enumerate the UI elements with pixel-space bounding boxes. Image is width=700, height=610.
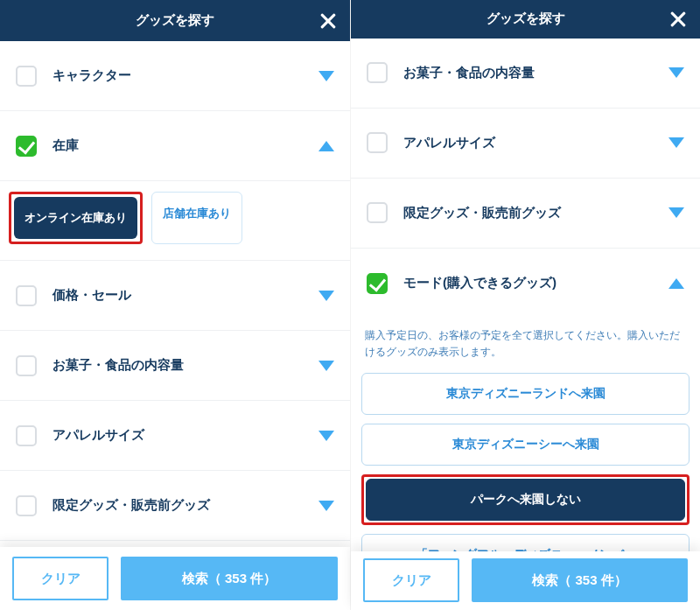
search-button[interactable]: 検索（ 353 件） (472, 558, 688, 602)
filter-panel-left: グッズを探す キャラクター 在庫 オンライン在庫あり 店舗在庫あり 価格・セール (0, 0, 350, 610)
panel-title: グッズを探す (136, 12, 214, 29)
chevron-down-icon (318, 361, 334, 371)
chevron-down-icon (668, 67, 684, 78)
filter-row-apparel[interactable]: アパレルサイズ (0, 401, 350, 471)
filter-row-stock[interactable]: 在庫 (0, 111, 350, 181)
checkbox-icon[interactable] (16, 66, 37, 87)
checkbox-icon[interactable] (16, 425, 37, 446)
filter-row-limited[interactable]: 限定グッズ・販売前グッズ (351, 179, 700, 249)
filter-scroll: お菓子・食品の内容量 アパレルサイズ 限定グッズ・販売前グッズ モード(購入でき… (351, 39, 700, 551)
mode-note: 購入予定日の、お客様の予定を全て選択してください。購入いただけるグッズのみ表示し… (351, 319, 700, 373)
filter-label: 在庫 (52, 137, 318, 154)
panel-title: グッズを探す (486, 11, 565, 27)
chevron-down-icon (318, 501, 334, 511)
filter-label: 限定グッズ・販売前グッズ (52, 497, 318, 514)
stock-chip-group: オンライン在庫あり 店舗在庫あり (0, 181, 350, 261)
filter-row-mode[interactable]: モード(購入できるグッズ) (351, 249, 700, 319)
chevron-down-icon (668, 137, 684, 148)
filter-label: 価格・セール (52, 287, 318, 304)
mode-option-land[interactable]: 東京ディズニーランドへ来園 (361, 373, 690, 415)
checkbox-icon[interactable] (16, 285, 37, 306)
filter-label: キャラクター (52, 67, 318, 84)
checkbox-icon[interactable] (16, 495, 37, 516)
close-icon[interactable] (318, 11, 338, 31)
panel-header: グッズを探す (0, 0, 350, 41)
chevron-down-icon (318, 431, 334, 441)
filter-panel-right: グッズを探す お菓子・食品の内容量 アパレルサイズ 限定グッズ・販売前グッズ モ… (350, 0, 700, 610)
mode-option-no-visit[interactable]: パークへ来園しない (366, 479, 685, 521)
search-button[interactable]: 検索（ 353 件） (121, 557, 338, 600)
chip-store-stock[interactable]: 店舗在庫あり (151, 192, 242, 244)
checkbox-icon[interactable] (367, 202, 388, 223)
mode-option-group: 東京ディズニーランドへ来園 東京ディズニーシーへ来園 パークへ来園しない 「ファ… (351, 373, 700, 550)
chevron-up-icon (668, 278, 684, 289)
panel-header: グッズを探す (351, 0, 700, 39)
filter-row-food[interactable]: お菓子・食品の内容量 (351, 39, 700, 109)
chip-online-stock[interactable]: オンライン在庫あり (14, 197, 137, 239)
checkbox-icon[interactable] (16, 355, 37, 376)
filter-row-character[interactable]: キャラクター (0, 41, 350, 111)
filter-label: アパレルサイズ (403, 135, 668, 151)
filter-scroll: キャラクター 在庫 オンライン在庫あり 店舗在庫あり 価格・セール お菓子・食品… (0, 41, 350, 547)
filter-label: お菓子・食品の内容量 (403, 65, 668, 81)
filter-row-apparel[interactable]: アパレルサイズ (351, 109, 700, 179)
filter-label: アパレルサイズ (52, 427, 318, 444)
highlight-box: オンライン在庫あり (9, 192, 143, 244)
highlight-box: パークへ来園しない (361, 474, 690, 525)
checkbox-icon[interactable] (367, 273, 388, 294)
chevron-down-icon (318, 71, 334, 81)
panel-footer: クリア 検索（ 353 件） (351, 551, 700, 610)
panel-footer: クリア 検索（ 353 件） (0, 547, 350, 610)
checkbox-icon[interactable] (16, 136, 37, 157)
filter-row-limited[interactable]: 限定グッズ・販売前グッズ (0, 471, 350, 541)
clear-button[interactable]: クリア (12, 557, 108, 600)
filter-label: 限定グッズ・販売前グッズ (403, 205, 668, 221)
filter-row-price[interactable]: 価格・セール (0, 261, 350, 331)
close-icon[interactable] (668, 10, 688, 29)
clear-button[interactable]: クリア (363, 558, 459, 602)
checkbox-icon[interactable] (367, 62, 388, 83)
filter-label: お菓子・食品の内容量 (52, 357, 318, 374)
checkbox-icon[interactable] (367, 132, 388, 153)
filter-label: モード(購入できるグッズ) (403, 275, 668, 291)
chevron-down-icon (668, 207, 684, 218)
filter-row-food[interactable]: お菓子・食品の内容量 (0, 331, 350, 401)
chevron-up-icon (318, 141, 334, 151)
mode-option-sea[interactable]: 東京ディズニーシーへ来園 (361, 424, 690, 466)
chevron-down-icon (318, 291, 334, 301)
mode-option-fanderful[interactable]: 「ファンダフル・ディズニー」メンバー (361, 534, 690, 550)
